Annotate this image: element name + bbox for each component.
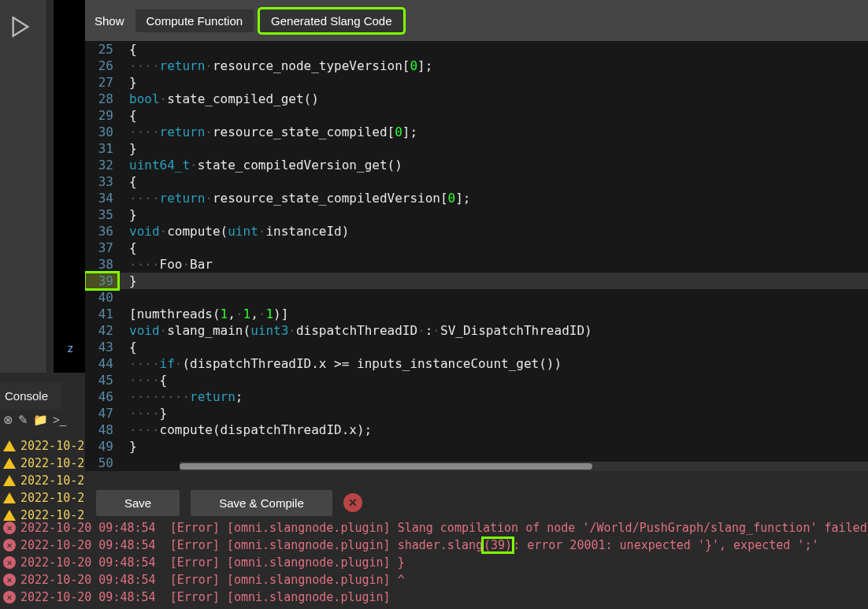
editor-header: Show Compute Function Generated Slang Co… [85, 0, 868, 41]
line-content: ····if·(dispatchThreadID.x >= inputs_ins… [118, 355, 562, 372]
close-icon[interactable]: ✕ [343, 493, 362, 512]
log-error[interactable]: ✕2022-10-20 09:48:54 [Error] [omni.slang… [0, 571, 868, 589]
code-editor[interactable]: 25{26····return·resource_node_typeVersio… [85, 41, 868, 471]
log-warning[interactable]: 2022-10-2 [0, 489, 172, 507]
log-warning[interactable]: 2022-10-2 [0, 472, 172, 489]
code-line[interactable]: 40 [85, 289, 868, 306]
tab-generated-slang-code[interactable]: Generated Slang Code [260, 9, 402, 32]
line-number: 45 [85, 372, 118, 388]
line-content: ····Foo·Bar [118, 256, 213, 273]
line-content: } [118, 74, 137, 91]
line-number: 35 [85, 206, 118, 223]
line-number: 39 [85, 273, 118, 289]
play-icon[interactable] [9, 16, 32, 38]
code-line[interactable]: 32uint64_t·state_compiledVersion_get() [85, 157, 868, 173]
editor-buttons: Save Save & Compile ✕ [93, 487, 868, 518]
axis-z-label: z [67, 342, 73, 355]
line-content: void·compute(uint·instanceId) [118, 223, 349, 240]
error-icon: ✕ [3, 522, 16, 534]
line-number: 47 [85, 405, 118, 421]
line-content: ····compute(dispatchThreadID.x); [118, 421, 372, 438]
log-warning[interactable]: 2022-10-2 [0, 437, 172, 455]
log-error[interactable]: ✕2022-10-20 09:48:54 [Error] [omni.slang… [0, 519, 868, 537]
code-line[interactable]: 35} [85, 206, 868, 223]
line-number: 44 [85, 355, 118, 372]
warning-icon [3, 440, 16, 451]
code-line[interactable]: 36void·compute(uint·instanceId) [85, 223, 868, 240]
code-line[interactable]: 30····return·resource_state_compiled[0]; [85, 124, 868, 140]
line-content: { [118, 339, 137, 355]
line-number: 46 [85, 388, 118, 405]
left-toolbar [0, 0, 47, 373]
code-line[interactable]: 34····return·resource_state_compiledVers… [85, 190, 868, 206]
horizontal-scrollbar[interactable] [180, 462, 868, 471]
line-content: } [118, 140, 137, 157]
log-warning[interactable]: 2022-10-2 [0, 455, 172, 472]
line-number: 48 [85, 421, 118, 438]
line-content: ····return·resource_state_compiled[0]; [118, 124, 417, 140]
line-content: ····} [118, 405, 167, 421]
line-number: 40 [85, 289, 118, 306]
warning-icon [3, 458, 16, 469]
code-line[interactable]: 46········return; [85, 388, 868, 405]
code-line[interactable]: 39} [85, 273, 868, 289]
code-line[interactable]: 28bool·state_compiled_get() [85, 91, 868, 107]
line-number: 42 [85, 322, 118, 339]
code-line[interactable]: 43{ [85, 339, 868, 355]
show-label: Show [95, 14, 124, 28]
line-number: 36 [85, 223, 118, 240]
code-line[interactable]: 37{ [85, 240, 868, 256]
tab-compute-function[interactable]: Compute Function [135, 9, 254, 32]
code-line[interactable]: 25{ [85, 41, 868, 58]
line-content: } [118, 206, 137, 223]
line-number: 28 [85, 91, 118, 107]
code-line[interactable]: 44····if·(dispatchThreadID.x >= inputs_i… [85, 355, 868, 372]
warning-icon [3, 475, 16, 486]
line-content: { [118, 41, 137, 58]
line-number: 34 [85, 190, 118, 206]
code-line[interactable]: 38····Foo·Bar [85, 256, 868, 273]
edit-icon[interactable]: ✎ [18, 413, 28, 427]
code-line[interactable]: 47····} [85, 405, 868, 421]
line-number: 41 [85, 306, 118, 322]
folder-icon[interactable]: 📁 [33, 413, 48, 427]
svg-marker-0 [13, 17, 28, 35]
code-line[interactable]: 27} [85, 74, 868, 91]
line-number: 25 [85, 41, 118, 58]
code-line[interactable]: 29{ [85, 107, 868, 124]
line-number: 32 [85, 157, 118, 173]
line-content: ····{ [118, 372, 167, 388]
console-errors: ✕2022-10-20 09:48:54 [Error] [omni.slang… [0, 519, 868, 606]
code-line[interactable]: 41[numthreads(1,·1,·1)] [85, 306, 868, 322]
code-line[interactable]: 31} [85, 140, 868, 157]
line-content: bool·state_compiled_get() [118, 91, 319, 107]
log-error[interactable]: ✕2022-10-20 09:48:54 [Error] [omni.slang… [0, 589, 868, 606]
error-icon: ✕ [3, 556, 16, 569]
line-content: } [118, 273, 137, 289]
line-content: { [118, 107, 137, 124]
console-warnings: 2022-10-22022-10-22022-10-22022-10-22022… [0, 437, 172, 524]
code-line[interactable]: 48····compute(dispatchThreadID.x); [85, 421, 868, 438]
console-toolbar: ⊗ ✎ 📁 >_ [0, 410, 85, 429]
line-number: 27 [85, 74, 118, 91]
code-line[interactable]: 33{ [85, 173, 868, 190]
log-error[interactable]: ✕2022-10-20 09:48:54 [Error] [omni.slang… [0, 554, 868, 571]
error-icon: ✕ [3, 574, 16, 586]
line-number: 30 [85, 124, 118, 140]
code-line[interactable]: 26····return·resource_node_typeVersion[0… [85, 58, 868, 74]
line-content: ····return·resource_node_typeVersion[0]; [118, 58, 432, 74]
code-line[interactable]: 45····{ [85, 372, 868, 388]
terminal-icon[interactable]: >_ [53, 413, 66, 426]
line-content: { [118, 173, 137, 190]
console-panel-title: Console [0, 382, 61, 410]
line-number: 33 [85, 173, 118, 190]
line-content: void·slang_main(uint3·dispatchThreadID·:… [118, 322, 592, 339]
save-compile-button[interactable]: Save & Compile [191, 490, 332, 516]
error-icon: ✕ [3, 591, 16, 603]
code-line[interactable]: 49} [85, 438, 868, 455]
error-icon: ✕ [3, 539, 16, 551]
warning-icon [3, 492, 16, 503]
code-line[interactable]: 42void·slang_main(uint3·dispatchThreadID… [85, 322, 868, 339]
log-error[interactable]: ✕2022-10-20 09:48:54 [Error] [omni.slang… [0, 537, 868, 554]
clear-icon[interactable]: ⊗ [3, 413, 13, 427]
